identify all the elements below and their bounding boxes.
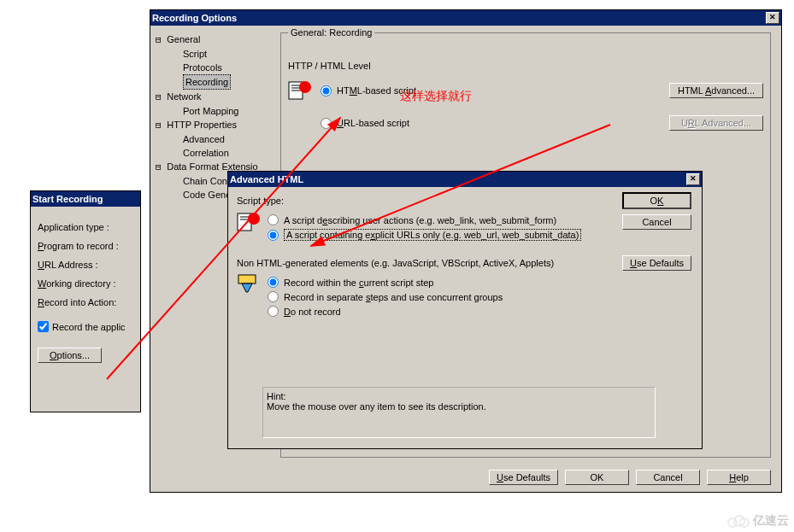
record-app-checkbox[interactable] (38, 321, 49, 332)
hint-text: Move the mouse over any item to see its … (267, 401, 651, 412)
program-label: Program to record : (38, 241, 119, 251)
recording-options-title: Recording Options (152, 13, 237, 23)
advanced-html-window: Advanced HTML ✕ Script type: A script de… (227, 171, 703, 449)
workdir-label: Working directory : (38, 278, 116, 289)
tree-general[interactable]: General (167, 34, 200, 44)
record-current-label: Record within the current script step (284, 278, 433, 288)
advanced-html-title: Advanced HTML (230, 174, 303, 184)
user-actions-label: A script describing user actions (e.g. w… (284, 215, 556, 225)
options-button[interactable]: Options... (38, 348, 102, 363)
tree-correlation[interactable]: Correlation (183, 148, 229, 158)
record-app-label: Record the applic (52, 322, 126, 332)
url-based-label: URL-based script (337, 118, 409, 128)
html-based-label: HTML-based script (337, 85, 416, 96)
tree-protocols[interactable]: Protocols (183, 62, 222, 73)
explicit-urls-label: A script containing explicit URLs only (… (284, 229, 581, 241)
svg-rect-9 (238, 275, 256, 284)
watermark: 亿速云 (727, 513, 789, 529)
svg-marker-10 (242, 284, 252, 292)
start-recording-titlebar: Start Recording (31, 191, 140, 207)
html-advanced-button[interactable]: HTML Advanced... (669, 83, 763, 98)
ok-button[interactable]: OK (565, 470, 629, 485)
adv-use-defaults-button[interactable]: Use Defaults (622, 255, 691, 271)
close-icon[interactable]: ✕ (766, 12, 779, 24)
http-level-label: HTTP / HTML Level (288, 61, 763, 71)
start-recording-window: Start Recording Application type : Progr… (30, 190, 141, 412)
recording-options-titlebar: Recording Options ✕ (150, 10, 781, 26)
hint-label: Hint: (267, 391, 651, 401)
action-label: Record into Action: (38, 297, 116, 307)
tree-advanced[interactable]: Advanced (183, 134, 225, 144)
adv-ok-button[interactable]: OK (622, 192, 691, 209)
user-actions-radio[interactable] (268, 214, 279, 225)
url-advanced-button: URL Advanced... (669, 115, 763, 131)
recording-options-buttons: Use Defaults OK Cancel Help (489, 470, 771, 485)
record-separate-radio[interactable] (268, 291, 279, 302)
do-not-record-label: Do not record (284, 307, 341, 317)
svg-point-8 (248, 213, 260, 225)
app-type-label: Application type : (38, 222, 109, 232)
url-label: URL Address : (38, 260, 98, 270)
html-based-radio[interactable] (321, 85, 332, 96)
tree-network[interactable]: Network (167, 91, 201, 102)
explicit-urls-radio[interactable] (268, 230, 279, 241)
do-not-record-radio[interactable] (268, 306, 279, 317)
tree-script[interactable]: Script (183, 49, 207, 59)
tree-port-mapping[interactable]: Port Mapping (183, 106, 238, 116)
general-recording-legend: General: Recording (288, 27, 374, 38)
url-based-radio[interactable] (321, 118, 332, 129)
record-separate-label: Record in separate steps and use concurr… (284, 292, 503, 302)
start-recording-title: Start Recording (32, 194, 103, 204)
advanced-html-titlebar: Advanced HTML ✕ (228, 172, 702, 187)
help-button[interactable]: Help (707, 470, 771, 485)
cancel-button[interactable]: Cancel (636, 470, 700, 485)
record-current-radio[interactable] (268, 277, 279, 288)
use-defaults-button[interactable]: Use Defaults (489, 470, 558, 485)
watermark-text: 亿速云 (753, 513, 789, 529)
svg-point-13 (728, 518, 737, 527)
adv-cancel-button[interactable]: Cancel (622, 214, 691, 230)
tree-recording[interactable]: Recording (183, 74, 231, 90)
script-type-icon (237, 211, 261, 235)
script-icon (288, 79, 312, 103)
hint-box: Hint: Move the mouse over any item to se… (262, 387, 656, 438)
filter-icon (237, 273, 261, 297)
tree-http-props[interactable]: HTTP Properties (167, 120, 237, 130)
svg-point-4 (299, 81, 311, 93)
advanced-close-icon[interactable]: ✕ (686, 173, 700, 185)
